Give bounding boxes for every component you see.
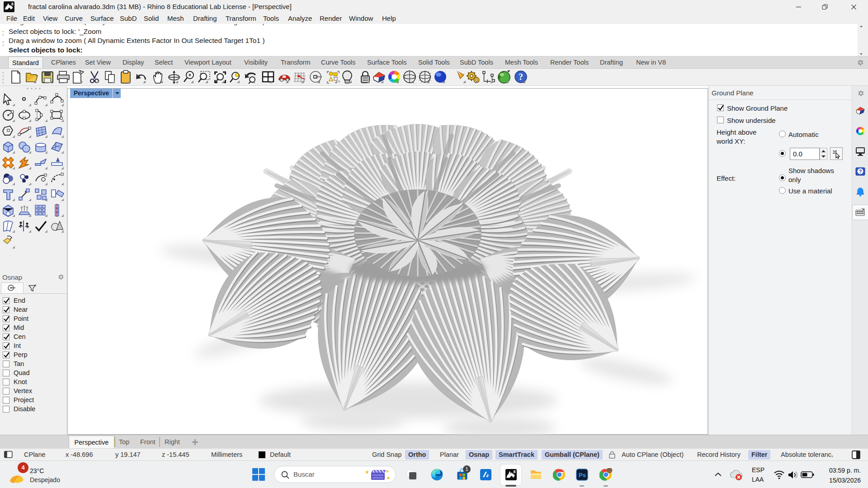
svg-text:8: 8 xyxy=(514,469,516,474)
svg-text:8: 8 xyxy=(11,2,14,6)
svg-text:Ps: Ps xyxy=(579,472,586,479)
svg-text:?: ? xyxy=(519,72,523,82)
svg-text:?: ? xyxy=(859,169,862,175)
